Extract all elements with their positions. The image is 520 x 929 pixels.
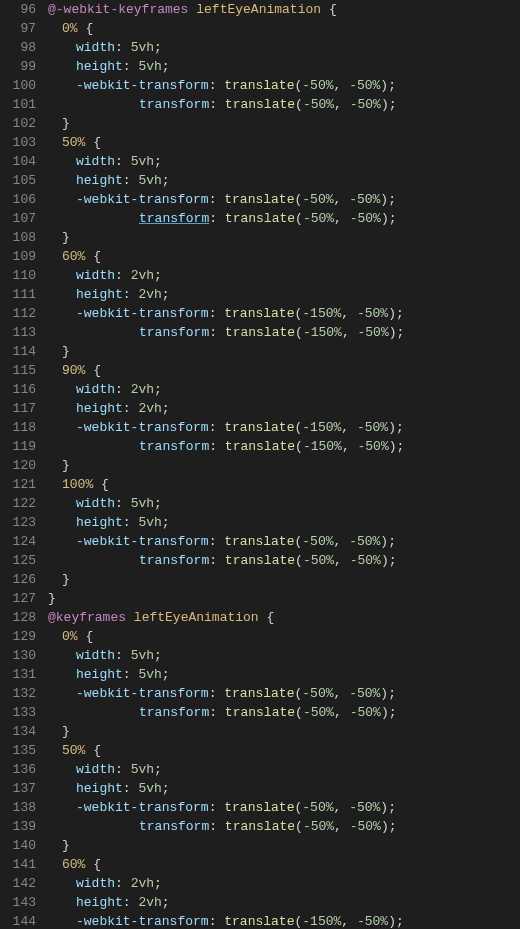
code-line[interactable]: -webkit-transform: translate(-50%, -50%)… [48,532,520,551]
token: ) [380,534,388,549]
token: height [76,173,123,188]
token: 0% [62,21,78,36]
token: , [334,97,342,112]
code-content[interactable]: @-webkit-keyframes leftEyeAnimation {0% … [48,0,520,929]
code-line[interactable]: height: 5vh; [48,171,520,190]
code-line[interactable]: -webkit-transform: translate(-50%, -50%)… [48,190,520,209]
code-line[interactable]: height: 2vh; [48,285,520,304]
token: : [209,325,217,340]
token [123,762,131,777]
code-line[interactable]: @-webkit-keyframes leftEyeAnimation { [48,0,520,19]
code-line[interactable]: } [48,570,520,589]
token: ; [388,534,396,549]
code-line[interactable]: 100% { [48,475,520,494]
token: ; [162,173,170,188]
token: height [76,781,123,796]
code-line[interactable]: height: 2vh; [48,893,520,912]
code-editor[interactable]: 9697989910010110210310410510610710810911… [0,0,520,929]
token: ; [388,78,396,93]
token [342,553,350,568]
token: transform [139,553,209,568]
line-number: 113 [0,323,36,342]
token: width [76,268,115,283]
code-line[interactable]: 50% { [48,133,520,152]
code-line[interactable]: transform: translate(-150%, -50%); [48,437,520,456]
code-line[interactable]: -webkit-transform: translate(-150%, -50%… [48,912,520,929]
code-line[interactable]: transform: translate(-50%, -50%); [48,95,520,114]
code-line[interactable]: -webkit-transform: translate(-50%, -50%)… [48,798,520,817]
code-line[interactable]: 0% { [48,19,520,38]
code-line[interactable]: height: 5vh; [48,513,520,532]
token: { [93,363,101,378]
code-line[interactable]: width: 5vh; [48,152,520,171]
code-line[interactable]: transform: translate(-50%, -50%); [48,703,520,722]
code-line[interactable]: width: 5vh; [48,494,520,513]
token: translate [225,325,295,340]
line-number: 97 [0,19,36,38]
token [217,553,225,568]
code-line[interactable]: } [48,114,520,133]
code-line[interactable]: } [48,456,520,475]
code-line[interactable]: } [48,228,520,247]
code-line[interactable]: -webkit-transform: translate(-50%, -50%)… [48,684,520,703]
token [350,439,358,454]
line-number: 115 [0,361,36,380]
code-line[interactable]: 60% { [48,247,520,266]
code-line[interactable]: 60% { [48,855,520,874]
token: -webkit-transform [76,800,209,815]
code-line[interactable]: width: 5vh; [48,38,520,57]
token: ; [162,287,170,302]
code-line[interactable]: } [48,722,520,741]
token: : [115,40,123,55]
token: 5vh [131,648,154,663]
code-line[interactable]: height: 5vh; [48,57,520,76]
token: @-webkit-keyframes [48,2,188,17]
token: -50% [349,192,380,207]
token: translate [224,420,294,435]
line-number: 128 [0,608,36,627]
code-line[interactable]: @keyframes leftEyeAnimation { [48,608,520,627]
token: translate [224,78,294,93]
token: { [101,477,109,492]
line-number: 136 [0,760,36,779]
token: -50% [350,705,381,720]
token: -50% [302,800,333,815]
code-line[interactable]: } [48,836,520,855]
token: ( [295,819,303,834]
code-line[interactable]: transform: translate(-50%, -50%); [48,817,520,836]
token: ( [295,211,303,226]
code-line[interactable]: 0% { [48,627,520,646]
line-number: 109 [0,247,36,266]
line-number: 144 [0,912,36,929]
token: } [62,458,70,473]
token: 5vh [131,154,154,169]
code-line[interactable]: height: 5vh; [48,665,520,684]
code-line[interactable]: 90% { [48,361,520,380]
code-line[interactable]: -webkit-transform: translate(-50%, -50%)… [48,76,520,95]
token: , [342,439,350,454]
code-line[interactable]: width: 5vh; [48,760,520,779]
code-line[interactable]: transform: translate(-50%, -50%); [48,551,520,570]
code-line[interactable]: width: 5vh; [48,646,520,665]
token [217,97,225,112]
code-line[interactable]: transform: translate(-50%, -50%); [48,209,520,228]
token: 90% [62,363,85,378]
line-number: 101 [0,95,36,114]
token: ) [389,439,397,454]
code-line[interactable]: 50% { [48,741,520,760]
code-line[interactable]: width: 2vh; [48,874,520,893]
code-line[interactable]: height: 2vh; [48,399,520,418]
token: } [48,591,56,606]
token: ) [381,211,389,226]
code-line[interactable]: } [48,342,520,361]
code-line[interactable]: width: 2vh; [48,380,520,399]
code-line[interactable]: transform: translate(-150%, -50%); [48,323,520,342]
code-line[interactable]: -webkit-transform: translate(-150%, -50%… [48,418,520,437]
code-line[interactable]: -webkit-transform: translate(-150%, -50%… [48,304,520,323]
token: width [76,40,115,55]
token [342,211,350,226]
token: -50% [349,534,380,549]
code-line[interactable]: } [48,589,520,608]
code-line[interactable]: height: 5vh; [48,779,520,798]
code-line[interactable]: width: 2vh; [48,266,520,285]
